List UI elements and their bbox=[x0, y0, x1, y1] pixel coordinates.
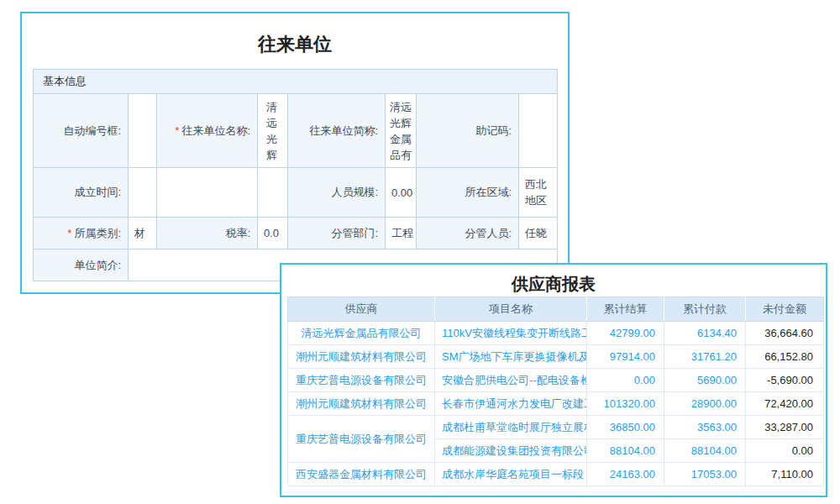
staff-size-field[interactable]: 0.00 bbox=[386, 168, 417, 218]
col-header-unpaid: 未付金额 bbox=[746, 297, 824, 322]
paid-value[interactable]: 88104.00 bbox=[664, 439, 746, 463]
col-header-supplier: 供应商 bbox=[288, 297, 435, 322]
empty-cell[interactable] bbox=[157, 168, 258, 218]
manager-field[interactable]: 任晓 bbox=[519, 218, 558, 249]
supplier-link[interactable]: 清远光辉金属品有限公司 bbox=[288, 322, 435, 345]
project-link[interactable]: 110kV安徽线程集变开断线路工程 bbox=[435, 322, 587, 345]
paid-value[interactable]: 3563.00 bbox=[664, 416, 746, 439]
settled-value[interactable]: 36850.00 bbox=[587, 416, 664, 439]
col-header-paid: 累计付款 bbox=[664, 297, 746, 322]
paid-value[interactable]: 31761.20 bbox=[664, 345, 746, 369]
founded-label: 成立时间: bbox=[34, 168, 129, 218]
paid-value[interactable]: 17053.00 bbox=[664, 463, 746, 486]
section-header-basic-info: 基本信息 bbox=[34, 70, 558, 94]
supplier-report-table: 供应商 项目名称 累计结算 累计付款 未付金额 清远光辉金属品有限公司 110k… bbox=[287, 297, 824, 486]
unit-name-label: *往来单位名称: bbox=[157, 94, 258, 168]
table-row: 潮州元顺建筑材料有限公司 长春市伊通河水力发电厂改建工程 101320.00 2… bbox=[288, 392, 824, 416]
settled-value[interactable]: 0.00 bbox=[587, 369, 664, 392]
unit-name-field[interactable]: 清远光辉 bbox=[258, 94, 288, 168]
project-link[interactable]: 安徽合肥供电公司--配电设备检修 bbox=[435, 369, 587, 392]
business-unit-form-panel: 往来单位 基本信息 自动编号框: *往来单位名称: 清远光辉 往来单位简称: 清… bbox=[20, 12, 570, 294]
project-link[interactable]: SM广场地下车库更换摄像机及硬盘 bbox=[435, 345, 587, 369]
unpaid-value: 0.00 bbox=[746, 439, 824, 463]
mnemonic-field[interactable] bbox=[519, 94, 558, 168]
supplier-link-merged[interactable]: 重庆艺普电源设备有限公司 bbox=[288, 416, 435, 463]
tax-rate-field[interactable]: 0.0 bbox=[258, 218, 288, 249]
supplier-report-panel: 供应商报表 供应商 项目名称 累计结算 累计付款 未付金额 清远光辉金属品有限公… bbox=[280, 263, 827, 497]
report-header-row: 供应商 项目名称 累计结算 累计付款 未付金额 bbox=[288, 297, 824, 322]
region-label: 所在区域: bbox=[417, 168, 519, 218]
unpaid-value: 33,287.00 bbox=[746, 416, 824, 439]
required-marker: * bbox=[67, 227, 71, 239]
paid-value[interactable]: 5690.00 bbox=[664, 369, 746, 392]
unpaid-value: -5,690.00 bbox=[746, 369, 824, 392]
table-row: 潮州元顺建筑材料有限公司 SM广场地下车库更换摄像机及硬盘 97914.00 3… bbox=[288, 345, 824, 369]
auto-number-label: 自动编号框: bbox=[34, 94, 129, 168]
empty-cell[interactable] bbox=[258, 168, 288, 218]
project-link[interactable]: 长春市伊通河水力发电厂改建工程 bbox=[435, 392, 587, 416]
intro-label: 单位简介: bbox=[34, 249, 129, 281]
unpaid-value: 72,420.00 bbox=[746, 392, 824, 416]
manager-label: 分管人员: bbox=[417, 218, 519, 249]
unpaid-value: 36,664.60 bbox=[746, 322, 824, 345]
table-row: 清远光辉金属品有限公司 110kV安徽线程集变开断线路工程 42799.00 6… bbox=[288, 322, 824, 345]
supplier-link[interactable]: 西安盛器金属材料有限公司 bbox=[288, 463, 435, 486]
founded-field[interactable] bbox=[129, 168, 157, 218]
form-panel-title: 往来单位 bbox=[22, 13, 568, 69]
settled-value[interactable]: 42799.00 bbox=[587, 322, 664, 345]
col-header-settled: 累计结算 bbox=[587, 297, 664, 322]
project-link[interactable]: 成都杜甫草堂临时展厅独立展柜 bbox=[435, 416, 587, 439]
short-name-label: 往来单位简称: bbox=[288, 94, 386, 168]
paid-value[interactable]: 28900.00 bbox=[664, 392, 746, 416]
paid-value[interactable]: 6134.40 bbox=[664, 322, 746, 345]
supplier-link[interactable]: 重庆艺普电源设备有限公司 bbox=[288, 369, 435, 392]
supplier-link[interactable]: 潮州元顺建筑材料有限公司 bbox=[288, 345, 435, 369]
table-row: 重庆艺普电源设备有限公司 安徽合肥供电公司--配电设备检修 0.00 5690.… bbox=[288, 369, 824, 392]
staff-size-label: 人员规模: bbox=[288, 168, 386, 218]
department-label: 分管部门: bbox=[288, 218, 386, 249]
mnemonic-label: 助记码: bbox=[417, 94, 519, 168]
unpaid-value: 7,110.00 bbox=[746, 463, 824, 486]
settled-value[interactable]: 97914.00 bbox=[587, 345, 664, 369]
region-field[interactable]: 西北地区 bbox=[519, 168, 558, 218]
table-row: 重庆艺普电源设备有限公司 成都杜甫草堂临时展厅独立展柜 36850.00 356… bbox=[288, 416, 824, 439]
unpaid-value: 66,152.80 bbox=[746, 345, 824, 369]
auto-number-field[interactable] bbox=[129, 94, 157, 168]
settled-value[interactable]: 24163.00 bbox=[587, 463, 664, 486]
report-panel-title: 供应商报表 bbox=[281, 265, 826, 297]
table-row: 西安盛器金属材料有限公司 成都水岸华庭名苑项目一标段 24163.00 1705… bbox=[288, 463, 824, 486]
project-link[interactable]: 成都能源建设集团投资有限公司 bbox=[435, 439, 587, 463]
short-name-field[interactable]: 清远光辉金属品有 bbox=[386, 94, 417, 168]
supplier-link[interactable]: 潮州元顺建筑材料有限公司 bbox=[288, 392, 435, 416]
col-header-project: 项目名称 bbox=[435, 297, 587, 322]
project-link[interactable]: 成都水岸华庭名苑项目一标段 bbox=[435, 463, 587, 486]
required-marker: * bbox=[175, 124, 179, 137]
tax-rate-label: 税率: bbox=[157, 218, 258, 249]
basic-info-table: 基本信息 自动编号框: *往来单位名称: 清远光辉 往来单位简称: 清远光辉金属… bbox=[33, 69, 558, 281]
department-field[interactable]: 工程 bbox=[386, 218, 417, 249]
settled-value[interactable]: 88104.00 bbox=[587, 439, 664, 463]
category-label: *所属类别: bbox=[34, 218, 129, 249]
settled-value[interactable]: 101320.00 bbox=[587, 392, 664, 416]
category-field[interactable]: 材 bbox=[129, 218, 157, 249]
